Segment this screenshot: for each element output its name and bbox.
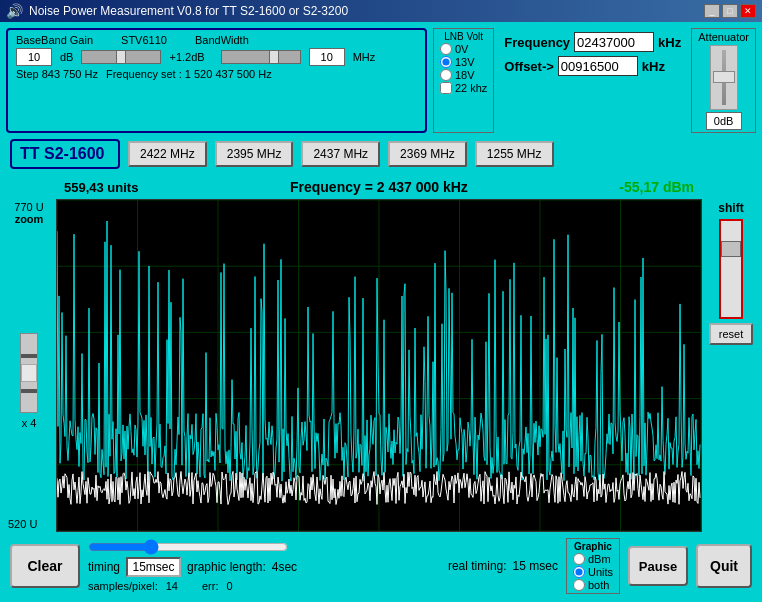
graphic-both-row: both bbox=[573, 579, 613, 591]
lnb-13v-radio[interactable] bbox=[440, 56, 452, 68]
frequency-label: Frequency bbox=[504, 35, 570, 50]
title-bar-buttons: _ □ ✕ bbox=[704, 4, 756, 18]
offset-label: Offset-> bbox=[504, 59, 553, 74]
graphic-units-row: Units bbox=[573, 566, 613, 578]
offset-input[interactable] bbox=[558, 56, 638, 76]
freq-set-label: Frequency set : 1 520 437 500 Hz bbox=[106, 68, 272, 80]
close-button[interactable]: ✕ bbox=[740, 4, 756, 18]
lnb-0v-radio[interactable] bbox=[440, 43, 452, 55]
lnb-0v-row: 0V bbox=[440, 43, 487, 55]
baseband-slider[interactable] bbox=[81, 50, 161, 64]
frequency-unit: kHz bbox=[658, 35, 681, 50]
chart-freq-display: Frequency = 2 437 000 kHz bbox=[290, 179, 468, 195]
minimize-button[interactable]: _ bbox=[704, 4, 720, 18]
lnb-section: LNB Volt 0V 13V 18V 22 khz bbox=[433, 28, 494, 133]
graphic-units-radio[interactable] bbox=[573, 566, 585, 578]
real-timing-value: 15 msec bbox=[513, 559, 558, 573]
timing-row: timing graphic length: 4sec bbox=[88, 557, 440, 577]
title-bar: 🔊 Noise Power Measurement V0.8 for TT S2… bbox=[0, 0, 762, 22]
graphic-length-label: graphic length: bbox=[187, 560, 266, 574]
frequency-input[interactable] bbox=[574, 32, 654, 52]
freq-btn-3[interactable]: 2369 MHz bbox=[388, 141, 467, 167]
lnb-18v-row: 18V bbox=[440, 69, 487, 81]
chart-info-bar: 559,43 units Frequency = 2 437 000 kHz -… bbox=[56, 175, 702, 199]
real-timing-section: real timing: 15 msec bbox=[448, 559, 558, 573]
samples-label: samples/pixel: bbox=[88, 580, 158, 592]
chart-left: 770 U zoom x 4 520 U bbox=[6, 175, 52, 532]
clear-button[interactable]: Clear bbox=[10, 544, 80, 588]
samples-value: 14 bbox=[166, 580, 178, 592]
chart-dbm-display: -55,17 dBm bbox=[619, 179, 694, 195]
y-label-top: 770 U bbox=[14, 201, 43, 213]
graphic-dbm-row: dBm bbox=[573, 553, 613, 565]
device-row: TT S2-1600 2422 MHz 2395 MHz 2437 MHz 23… bbox=[6, 137, 756, 171]
timing-label: timing bbox=[88, 560, 120, 574]
zoom-label: zoom bbox=[15, 213, 44, 225]
lnb-title: LNB Volt bbox=[440, 31, 487, 42]
main-window: BaseBand Gain STV6110 BandWidth dB +1.2d… bbox=[0, 22, 762, 602]
offset-unit: kHz bbox=[642, 59, 665, 74]
timing-slider[interactable] bbox=[88, 540, 288, 554]
chart-container: 770 U zoom x 4 520 U 559,43 units Freque… bbox=[6, 175, 756, 532]
control-panel: BaseBand Gain STV6110 BandWidth dB +1.2d… bbox=[6, 28, 427, 133]
timing-section: timing graphic length: 4sec samples/pixe… bbox=[88, 540, 440, 592]
real-timing-label: real timing: bbox=[448, 559, 507, 573]
bandwidth-unit: MHz bbox=[353, 51, 376, 63]
chart-canvas bbox=[56, 199, 702, 532]
top-section: BaseBand Gain STV6110 BandWidth dB +1.2d… bbox=[6, 28, 756, 133]
freq-btn-1[interactable]: 2395 MHz bbox=[215, 141, 294, 167]
y-label-bottom: 520 U bbox=[8, 518, 37, 530]
bandwidth-input[interactable] bbox=[309, 48, 345, 66]
attenuator-label: Attenuator bbox=[698, 31, 749, 43]
freq-btn-2[interactable]: 2437 MHz bbox=[301, 141, 380, 167]
samples-row: samples/pixel: 14 err: 0 bbox=[88, 580, 440, 592]
lnb-18v-label: 18V bbox=[455, 69, 475, 81]
step-row: Step 843 750 Hz Frequency set : 1 520 43… bbox=[16, 68, 417, 80]
chart-right: shift reset bbox=[706, 175, 756, 532]
lnb-13v-row: 13V bbox=[440, 56, 487, 68]
graphic-dbm-radio[interactable] bbox=[573, 553, 585, 565]
attenuator-section: Attenuator bbox=[691, 28, 756, 133]
baseband-gain-label: BaseBand Gain bbox=[16, 34, 93, 46]
err-label: err: bbox=[202, 580, 219, 592]
control-inputs-row: dB +1.2dB MHz bbox=[16, 48, 417, 66]
timing-input[interactable] bbox=[126, 557, 181, 577]
baseband-gain-input[interactable] bbox=[16, 48, 52, 66]
graphic-units-label: Units bbox=[588, 566, 613, 578]
graphic-section: Graphic dBm Units both bbox=[566, 538, 620, 594]
stv-offset: +1.2dB bbox=[169, 51, 204, 63]
right-info-section: real timing: 15 msec bbox=[448, 559, 558, 573]
graphic-both-label: both bbox=[588, 579, 609, 591]
real-timing-row: real timing: 15 msec bbox=[448, 559, 558, 573]
graphic-title: Graphic bbox=[573, 541, 613, 552]
step-label: Step 843 750 Hz bbox=[16, 68, 98, 80]
zoom-slider[interactable] bbox=[20, 333, 38, 413]
window-title: Noise Power Measurement V0.8 for TT S2-1… bbox=[29, 4, 348, 18]
freq-btn-4[interactable]: 1255 MHz bbox=[475, 141, 554, 167]
frequency-row: Frequency kHz bbox=[504, 32, 681, 52]
freq-btn-0[interactable]: 2422 MHz bbox=[128, 141, 207, 167]
freq-section: Frequency kHz Offset-> kHz bbox=[500, 28, 685, 133]
lnb-0v-label: 0V bbox=[455, 43, 468, 55]
quit-button[interactable]: Quit bbox=[696, 544, 752, 588]
x4-label: x 4 bbox=[22, 417, 37, 429]
attenuator-input[interactable] bbox=[706, 112, 742, 130]
lnb-18v-radio[interactable] bbox=[440, 69, 452, 81]
chart-main: 559,43 units Frequency = 2 437 000 kHz -… bbox=[56, 175, 702, 532]
lnb-22khz-checkbox[interactable] bbox=[440, 82, 452, 94]
lnb-22khz-label: 22 khz bbox=[455, 82, 487, 94]
bandwidth-label: BandWidth bbox=[195, 34, 249, 46]
device-label: TT S2-1600 bbox=[10, 139, 120, 169]
bottom-section: Clear timing graphic length: 4sec sample… bbox=[6, 536, 756, 596]
bandwidth-slider[interactable] bbox=[221, 50, 301, 64]
maximize-button[interactable]: □ bbox=[722, 4, 738, 18]
offset-row: Offset-> kHz bbox=[504, 56, 681, 76]
chart-units-display: 559,43 units bbox=[64, 180, 138, 195]
graphic-both-radio[interactable] bbox=[573, 579, 585, 591]
err-value: 0 bbox=[226, 580, 232, 592]
shift-label: shift bbox=[718, 201, 743, 215]
lnb-22khz-row: 22 khz bbox=[440, 82, 487, 94]
pause-button[interactable]: Pause bbox=[628, 546, 688, 586]
reset-button[interactable]: reset bbox=[709, 323, 753, 345]
shift-slider[interactable] bbox=[719, 219, 743, 319]
